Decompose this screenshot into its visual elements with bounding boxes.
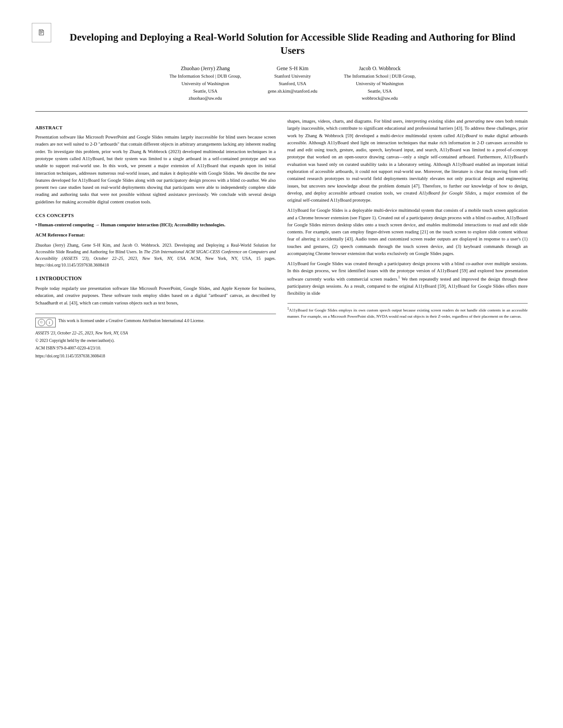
svg-text:i: i <box>49 320 50 324</box>
right-text-2: A11yBoard for Google Slides is a deploya… <box>287 207 528 257</box>
author-1-name: Zhuohao (Jerry) Zhang <box>170 64 242 73</box>
page: 🖹 Developing and Deploying a Real-World … <box>0 0 563 728</box>
intro-text: People today regularly use presentation … <box>35 285 276 307</box>
footnote-content: A11yBoard for Google Slides employs its … <box>287 308 528 319</box>
abstract-heading: ABSTRACT <box>35 124 276 131</box>
author-3-email: wobbrock@uw.edu <box>344 95 416 102</box>
author-1-aff1: The Information School | DUB Group, <box>170 73 242 80</box>
author-3: Jacob O. Wobbrock The Information School… <box>344 64 416 102</box>
author-1-aff2: University of Washington <box>170 80 242 88</box>
isbn-line: ACM ISBN 979-8-4007-0220-4/23/10. <box>35 345 276 351</box>
copyright-line: © 2023 Copyright held by the owner/autho… <box>35 338 276 344</box>
footnote-text: 1A11yBoard for Google Slides employs its… <box>287 306 528 319</box>
author-2-aff2: Stanford, USA <box>268 80 317 88</box>
acm-ref-label: ACM Reference Format: <box>35 232 276 239</box>
license-block: © i This work is licensed under a Creati… <box>35 314 276 359</box>
author-3-name: Jacob O. Wobbrock <box>344 64 416 73</box>
acm-ref-text: Zhuohao (Jerry) Zhang, Gene S-H Kim, and… <box>35 242 276 268</box>
document-icon: 🖹 <box>32 23 51 42</box>
author-3-aff1: The Information School | DUB Group, <box>344 73 416 80</box>
license-line1: This work is licensed under a Creative C… <box>58 318 204 324</box>
assets-footer: ASSETS '23, October 22–25, 2023, New Yor… <box>35 330 276 336</box>
author-2-aff1: Stanford University <box>268 73 317 80</box>
cc-by-icon: i <box>46 319 53 326</box>
cc-icons: © i <box>35 318 56 327</box>
author-2: Gene S-H Kim Stanford University Stanfor… <box>268 64 317 102</box>
ccs-heading: CCS CONCEPTS <box>35 212 276 219</box>
author-1-email: zhuohao@uw.edu <box>170 95 242 102</box>
right-text-1: shapes, images, videos, charts, and diag… <box>287 118 528 204</box>
author-3-aff2: University of Washington <box>344 80 416 88</box>
license-text: This work is licensed under a Creative C… <box>58 318 204 324</box>
author-1: Zhuohao (Jerry) Zhang The Information Sc… <box>170 64 242 102</box>
left-column: ABSTRACT Presentation software like Micr… <box>35 118 276 359</box>
cc-icon: © <box>38 319 45 326</box>
right-column: shapes, images, videos, charts, and diag… <box>287 118 528 359</box>
author-2-email: gene.sh.kim@stanford.edu <box>268 88 317 95</box>
intro-heading: 1 INTRODUCTION <box>35 274 276 283</box>
main-title: Developing and Deploying a Real-World So… <box>57 31 528 57</box>
right-text-3: A11yBoard for Google Slides was created … <box>287 260 528 297</box>
ccs-bold-text: • Human-centered computing → Human compu… <box>35 222 225 227</box>
ccs-text: • Human-centered computing → Human compu… <box>35 221 276 229</box>
author-1-location: Seattle, USA <box>170 88 242 95</box>
abstract-text: Presentation software like Microsoft Pow… <box>35 134 276 206</box>
two-column-layout: ABSTRACT Presentation software like Micr… <box>35 118 528 359</box>
title-block: Developing and Deploying a Real-World So… <box>35 31 528 102</box>
footnote-block: 1A11yBoard for Google Slides employs its… <box>287 303 528 319</box>
doi-line: https://doi.org/10.1145/3597638.3608418 <box>35 353 276 359</box>
divider <box>35 111 528 112</box>
author-3-location: Seattle, USA <box>344 88 416 95</box>
svg-text:©: © <box>40 320 43 324</box>
author-2-name: Gene S-H Kim <box>268 64 317 73</box>
authors-row: Zhuohao (Jerry) Zhang The Information Sc… <box>57 64 528 102</box>
